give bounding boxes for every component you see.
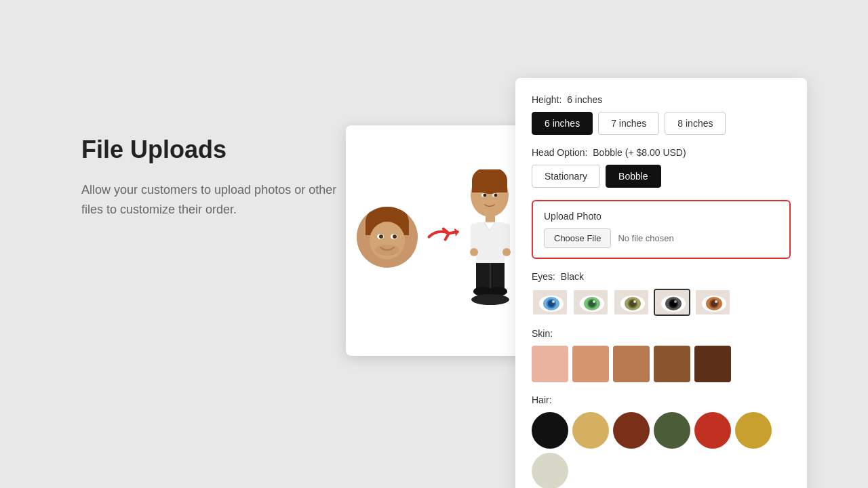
hair-swatch-blonde[interactable] [572,412,609,449]
height-6-button[interactable]: 6 inches [532,112,593,135]
height-option: Height: 6 inches 6 inches 7 inches 8 inc… [532,94,791,135]
choose-file-button[interactable]: Choose File [544,228,611,248]
svg-point-23 [502,248,511,256]
svg-point-28 [471,294,509,305]
face-row [357,169,512,305]
height-7-button[interactable]: 7 inches [598,112,659,135]
no-file-text: No file chosen [618,233,673,243]
hair-swatch-row [532,412,791,488]
skin-swatch-1[interactable] [532,346,568,382]
customer-photo [357,207,418,268]
svg-point-7 [393,235,397,239]
hair-swatch-auburn[interactable] [613,412,650,449]
skin-swatch-4[interactable] [654,346,690,382]
skin-option: Skin: [532,328,791,382]
skin-swatch-3[interactable] [613,346,650,382]
skin-label: Skin: [532,328,791,339]
svg-point-58 [715,300,717,303]
upload-label: Upload Photo [544,211,778,222]
bobblehead-figure [468,169,512,305]
eye-swatch-black[interactable] [654,289,690,316]
eyes-option: Eyes: Black [532,271,791,316]
left-section: File Uploads Allow your customers to upl… [81,136,353,220]
svg-point-52 [674,300,677,303]
upload-photo-box: Upload Photo Choose File No file chosen [532,200,791,259]
main-title: File Uploads [81,136,353,164]
height-8-button[interactable]: 8 inches [665,112,726,135]
skin-swatch-row [532,346,791,382]
svg-point-16 [494,194,497,197]
svg-rect-21 [503,224,510,251]
head-value: Bobble (+ $8.00 USD) [593,147,686,158]
eye-swatch-hazel[interactable] [613,289,650,316]
bobblehead-svg [468,169,512,305]
svg-rect-12 [472,180,507,192]
svg-point-15 [483,194,486,197]
hair-swatch-golden[interactable] [735,412,772,449]
head-option: Head Option: Bobble (+ $8.00 USD) Statio… [532,147,791,188]
skin-swatch-5[interactable] [694,346,731,382]
height-btn-group: 6 inches 7 inches 8 inches [532,112,791,135]
hair-swatch-red[interactable] [694,412,731,449]
bobble-button[interactable]: Bobble [606,165,661,188]
hair-option: Hair: [532,394,791,488]
eyes-label: Eyes: Black [532,271,791,282]
stationary-button[interactable]: Stationary [532,165,600,188]
svg-point-6 [379,235,383,239]
svg-point-40 [593,300,595,303]
svg-point-46 [633,300,636,303]
eyes-swatch-row [532,289,791,316]
arrow-icon [423,218,462,257]
hair-swatch-black[interactable] [532,412,568,449]
svg-point-8 [375,245,399,256]
head-label: Head Option: Bobble (+ $8.00 USD) [532,147,791,158]
product-card [346,125,522,356]
skin-swatch-2[interactable] [572,346,609,382]
eyes-value: Black [561,271,584,282]
hair-swatch-gray[interactable] [532,453,568,488]
svg-point-22 [470,248,478,256]
eye-swatch-brown[interactable] [694,289,731,316]
customer-photo-svg [357,207,418,268]
options-panel: Height: 6 inches 6 inches 7 inches 8 inc… [515,78,807,488]
main-description: Allow your customers to upload photos or… [81,180,353,220]
arrow-svg [423,218,461,251]
eye-swatch-blue[interactable] [532,289,568,316]
svg-rect-20 [471,224,477,251]
head-btn-group: Stationary Bobble [532,165,791,188]
hair-label: Hair: [532,394,791,405]
height-value: 6 inches [567,94,602,105]
height-label: Height: 6 inches [532,94,791,105]
hair-swatch-darkgreen[interactable] [654,412,690,449]
svg-point-34 [552,300,555,303]
file-input-row: Choose File No file chosen [544,228,778,248]
eye-swatch-green[interactable] [572,289,609,316]
